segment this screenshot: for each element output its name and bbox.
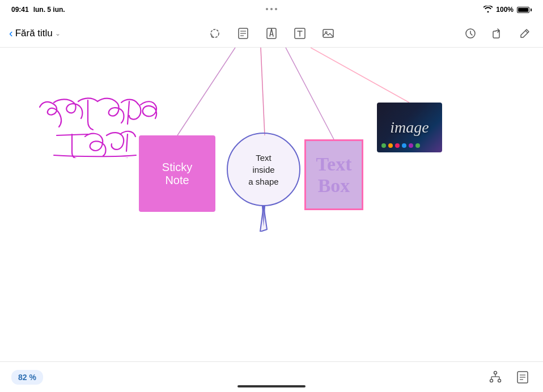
wifi-icon — [483, 6, 493, 14]
text-box-content: TextBox — [316, 154, 352, 196]
battery-icon — [517, 7, 532, 13]
image-text: image — [390, 118, 429, 137]
title-dropdown-icon: ⌄ — [55, 29, 61, 37]
speech-bubble[interactable]: Text inside a shape — [227, 133, 300, 206]
history-button[interactable] — [461, 24, 480, 42]
text-tool-button[interactable] — [291, 24, 309, 42]
svg-line-13 — [261, 48, 265, 135]
insert-tool-button[interactable] — [262, 24, 281, 42]
back-chevron-icon: ‹ — [9, 27, 13, 40]
status-date: lun. 5 iun. — [33, 6, 65, 14]
page-view-button[interactable] — [514, 368, 532, 386]
speech-bubble-text: Text inside a shape — [248, 152, 278, 188]
sticky-note[interactable]: Sticky Note — [139, 135, 215, 212]
svg-line-15 — [286, 48, 334, 139]
svg-point-18 — [490, 379, 493, 382]
share-button[interactable] — [489, 24, 507, 42]
sticky-note-text: Sticky Note — [162, 161, 192, 187]
status-time: 09:41 — [11, 6, 29, 14]
text-box[interactable]: TextBox — [304, 139, 363, 210]
document-title[interactable]: Fără titlu ⌄ — [15, 28, 61, 39]
image-decoration — [381, 143, 420, 148]
battery-percent: 100% — [496, 6, 514, 14]
image-element[interactable]: image — [377, 103, 442, 152]
nav-right — [461, 24, 534, 42]
back-button[interactable]: ‹ — [9, 27, 13, 40]
svg-rect-9 — [323, 29, 333, 37]
status-right: 100% — [483, 6, 532, 14]
speech-bubble-tail — [258, 206, 269, 232]
status-bar: 09:41 lun. 5 iun. 100% — [0, 0, 543, 19]
canvas-area[interactable]: Sticky Note Text inside a shape TextBox … — [0, 48, 543, 361]
svg-line-16 — [311, 48, 409, 103]
svg-line-14 — [177, 48, 235, 135]
svg-point-17 — [494, 371, 497, 374]
zoom-badge[interactable]: 82 % — [11, 370, 43, 385]
hierarchy-button[interactable] — [486, 368, 504, 386]
status-left: 09:41 lun. 5 iun. — [11, 6, 65, 14]
lasso-tool-button[interactable] — [206, 24, 224, 42]
nav-bar: ‹ Fără titlu ⌄ — [0, 19, 543, 48]
bottom-right-controls — [486, 368, 532, 386]
edit-button[interactable] — [516, 24, 534, 42]
speech-bubble-container[interactable]: Text inside a shape — [227, 133, 300, 206]
title-text: Fără titlu — [15, 28, 53, 39]
page-tool-button[interactable] — [234, 24, 252, 42]
svg-point-19 — [498, 379, 501, 382]
svg-line-12 — [525, 31, 528, 33]
image-tool-button[interactable] — [319, 24, 337, 42]
nav-toolbar — [206, 24, 337, 42]
home-indicator — [237, 385, 306, 387]
